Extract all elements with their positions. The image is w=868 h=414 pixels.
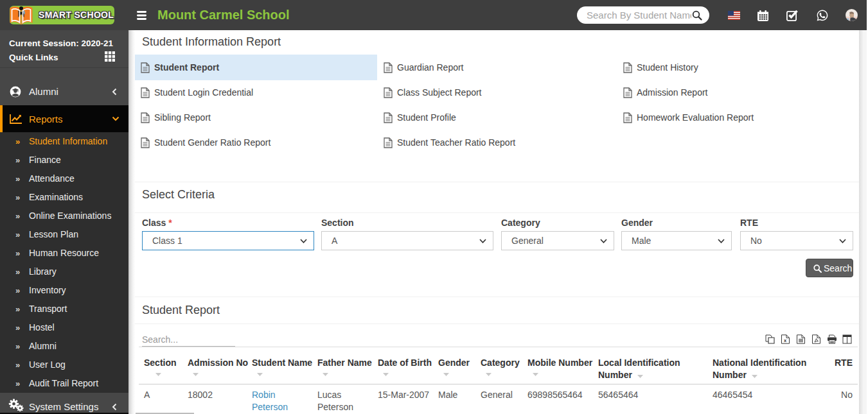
svg-text:x: x (784, 338, 787, 343)
